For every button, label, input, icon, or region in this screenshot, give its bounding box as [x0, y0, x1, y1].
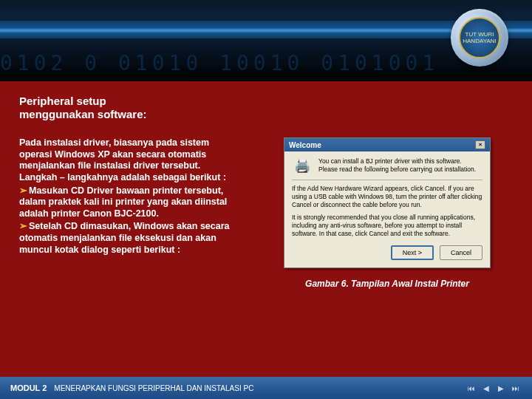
slide-header: 0102 0 01010 10010 0101001 TUT WURI HAND…: [0, 0, 532, 81]
dialog-top-row: 🖨️ You can install a BJ printer driver w…: [292, 157, 482, 180]
nav-controls: ⏮ ◀ ▶ ⏭: [466, 383, 522, 393]
figure-caption: Gambar 6. Tampilan Awal Instal Printer: [305, 279, 469, 289]
title-line-2: menggunakan software:: [19, 108, 147, 120]
installer-dialog: Welcome × 🖨️ You can install a BJ printe…: [284, 137, 491, 268]
dialog-line-1: You can install a BJ printer driver with…: [318, 157, 482, 175]
module-label: MODUL 2: [10, 383, 47, 392]
nav-next-icon[interactable]: ▶: [495, 383, 507, 393]
slide-footer: MODUL 2 MENERAPKAN FUNGSI PERIPERHAL DAN…: [0, 377, 532, 399]
slide-content: Peripheral setup menggunakan software: P…: [0, 81, 532, 377]
logo-text: TUT WURI HANDAYANI: [459, 17, 500, 58]
dialog-line-2: If the Add New Hardware Wizard appears, …: [292, 185, 482, 209]
bullet-item: Masukan CD Driver bawaan printer tersebu…: [19, 185, 241, 220]
next-button[interactable]: Next >: [391, 245, 434, 260]
module-subtitle: MENERAPKAN FUNGSI PERIPERHAL DAN INSTALA…: [54, 384, 253, 392]
dialog-buttons: Next > Cancel: [292, 245, 482, 260]
footer-left: MODUL 2 MENERAPKAN FUNGSI PERIPERHAL DAN…: [10, 383, 253, 392]
figure-column: Welcome × 🖨️ You can install a BJ printe…: [262, 137, 513, 289]
logo-emblem: TUT WURI HANDAYANI: [451, 9, 508, 66]
dialog-body: 🖨️ You can install a BJ printer driver w…: [284, 151, 490, 267]
close-icon[interactable]: ×: [475, 140, 485, 149]
body-text: Pada instalasi driver, biasanya pada sis…: [19, 137, 241, 289]
slide-title: Peripheral setup menggunakan software:: [19, 95, 256, 121]
intro-paragraph: Pada instalasi driver, biasanya pada sis…: [19, 137, 226, 183]
dialog-title-text: Welcome: [289, 141, 321, 149]
nav-last-icon[interactable]: ⏭: [510, 383, 522, 393]
nav-first-icon[interactable]: ⏮: [466, 383, 477, 393]
body-row: Pada instalasi driver, biasanya pada sis…: [19, 137, 513, 289]
nav-prev-icon[interactable]: ◀: [480, 383, 492, 393]
bullet-item: Setelah CD dimasukan, Windows akan secar…: [19, 221, 241, 256]
printer-icon: 🖨️: [292, 157, 313, 175]
binary-decoration: 0102 0 01010 10010 0101001: [0, 51, 532, 75]
dialog-titlebar: Welcome ×: [284, 138, 490, 151]
cancel-button[interactable]: Cancel: [440, 245, 482, 260]
dialog-line-3: It is strongly recommended that you clos…: [292, 214, 482, 238]
title-line-1: Peripheral setup: [19, 95, 106, 107]
